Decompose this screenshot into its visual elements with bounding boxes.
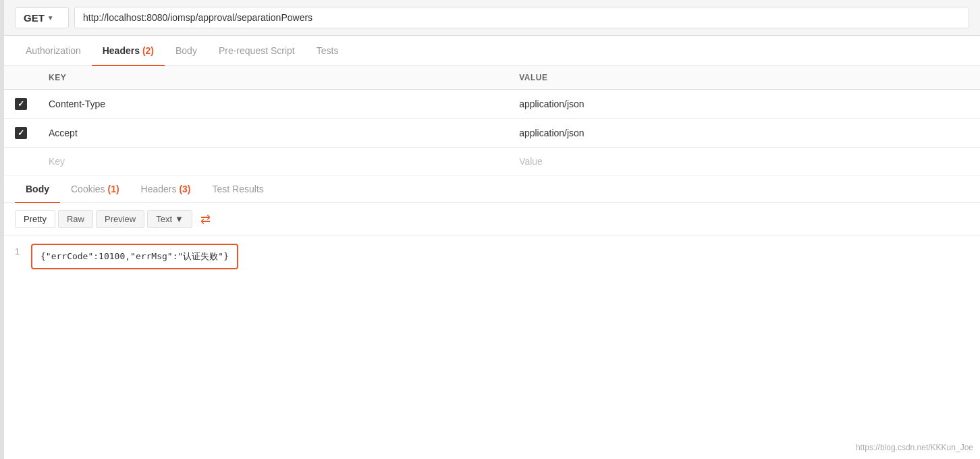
- header-key-0: Content-Type: [38, 90, 508, 119]
- tab-headers[interactable]: Headers (2): [92, 36, 165, 65]
- method-chevron-icon: ▼: [47, 14, 54, 22]
- tab-pre-request-script[interactable]: Pre-request Script: [208, 36, 306, 65]
- table-row: Accept application/json: [4, 119, 980, 148]
- key-placeholder: Key: [49, 156, 65, 167]
- response-tab-cookies[interactable]: Cookies (1): [60, 176, 130, 202]
- response-body: 1 {"errCode":10100,"errMsg":"认证失败"}: [4, 236, 980, 277]
- value-placeholder: Value: [519, 156, 543, 167]
- response-tab-body[interactable]: Body: [15, 176, 60, 202]
- line-number: 1: [15, 244, 26, 256]
- json-response: {"errCode":10100,"errMsg":"认证失败"}: [31, 244, 238, 269]
- tab-tests[interactable]: Tests: [306, 36, 350, 65]
- table-row: Content-Type application/json: [4, 90, 980, 119]
- headers-table: KEY VALUE Content-Type application/json: [4, 66, 980, 176]
- request-tabs: Authorization Headers (2) Body Pre-reque…: [4, 36, 980, 66]
- header-checkbox-1[interactable]: [15, 127, 27, 139]
- response-tabs: Body Cookies (1) Headers (3) Test Result…: [4, 176, 980, 203]
- method-selector[interactable]: GET ▼: [15, 7, 69, 28]
- header-value-0: application/json: [508, 90, 980, 119]
- url-input[interactable]: [74, 7, 969, 28]
- response-section: Body Cookies (1) Headers (3) Test Result…: [4, 176, 980, 277]
- table-row-placeholder: Key Value: [4, 148, 980, 176]
- header-key-1: Accept: [38, 119, 508, 148]
- format-bar: Pretty Raw Preview Text ▼ ⇄: [4, 203, 980, 236]
- url-bar: GET ▼: [4, 0, 980, 36]
- text-dropdown[interactable]: Text ▼: [147, 210, 192, 228]
- col-value: VALUE: [508, 66, 980, 90]
- col-key: KEY: [38, 66, 508, 90]
- tab-body[interactable]: Body: [165, 36, 208, 65]
- header-value-1: application/json: [508, 119, 980, 148]
- tab-authorization[interactable]: Authorization: [15, 36, 92, 65]
- col-checkbox: [4, 66, 38, 90]
- dropdown-arrow-icon: ▼: [175, 214, 184, 224]
- method-label: GET: [24, 12, 45, 24]
- raw-button[interactable]: Raw: [58, 210, 93, 228]
- preview-button[interactable]: Preview: [96, 210, 144, 228]
- header-checkbox-0[interactable]: [15, 98, 27, 110]
- pretty-button[interactable]: Pretty: [15, 210, 55, 228]
- response-tab-test-results[interactable]: Test Results: [202, 176, 275, 202]
- response-tab-headers[interactable]: Headers (3): [130, 176, 202, 202]
- wrap-icon[interactable]: ⇄: [200, 212, 211, 227]
